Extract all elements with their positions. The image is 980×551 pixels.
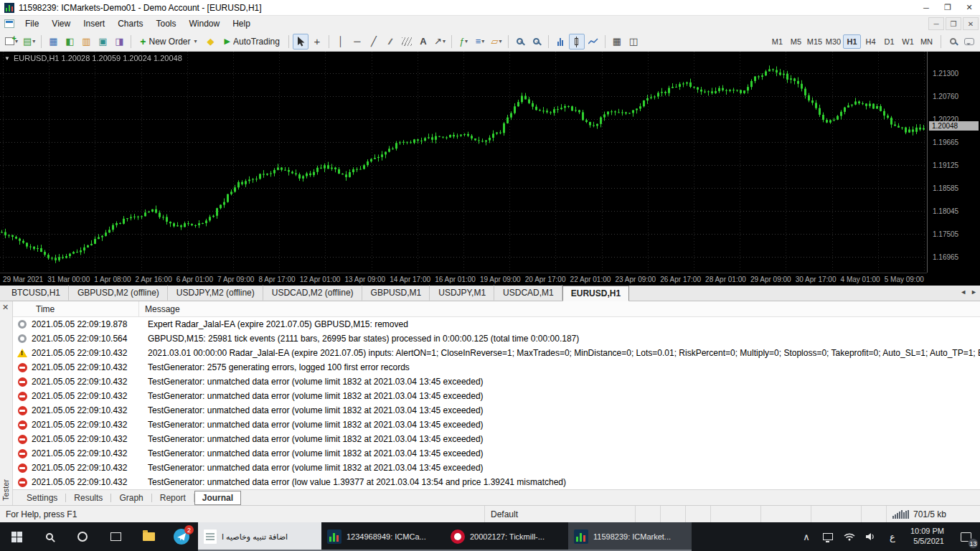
- tabs-scroll-right-icon[interactable]: ►: [971, 288, 977, 296]
- chart-tab-btcusd[interactable]: BTCUSD,H1: [3, 285, 69, 301]
- status-profile[interactable]: Default: [485, 506, 636, 522]
- journal-row[interactable]: 2021.05.05 22:09:10.432TestGenerator: un…: [13, 461, 980, 475]
- file-explorer-button[interactable]: [132, 522, 165, 551]
- autotrading-button[interactable]: ▶AutoTrading: [220, 34, 285, 50]
- close-button[interactable]: ✕: [958, 0, 980, 15]
- tester-tab-journal[interactable]: Journal: [194, 491, 241, 505]
- chart-minimize-button[interactable]: ─: [928, 17, 944, 30]
- tester-tab-results[interactable]: Results: [66, 491, 110, 505]
- tester-tab-graph[interactable]: Graph: [111, 491, 151, 505]
- menu-window[interactable]: Window: [183, 17, 227, 31]
- terminal-button[interactable]: ▣: [95, 34, 110, 50]
- taskbar-app-button[interactable]: 20002127: Tickmill-...: [445, 522, 568, 551]
- vertical-line-button[interactable]: │: [333, 34, 349, 50]
- one-click-trading-toggle[interactable]: ▼: [4, 55, 10, 62]
- network-tray-icon[interactable]: [839, 522, 860, 551]
- chat-button[interactable]: [961, 34, 977, 50]
- task-view-button[interactable]: [99, 522, 132, 551]
- channel-button[interactable]: ∕∕: [382, 34, 398, 50]
- arrows-button[interactable]: ↗▾: [432, 34, 448, 50]
- new-chart-button[interactable]: ▾: [3, 34, 20, 50]
- line-chart-button[interactable]: [585, 34, 601, 50]
- chart-close-button[interactable]: ✕: [963, 17, 979, 30]
- journal-row[interactable]: 2021.05.05 22:09:10.432TestGenerator: 25…: [13, 360, 980, 375]
- chart-tab-eurusd[interactable]: EURUSD,H1: [562, 286, 629, 301]
- tester-tab-report[interactable]: Report: [152, 491, 194, 505]
- menu-insert[interactable]: Insert: [77, 17, 111, 31]
- navigator-button[interactable]: ▥: [78, 34, 94, 50]
- crosshair-button[interactable]: +: [309, 34, 325, 50]
- taskbar-app-button[interactable]: اضافة تنبيه وخاصيه ا: [198, 522, 321, 551]
- market-watch-button[interactable]: ▦: [45, 34, 61, 50]
- taskbar-search-button[interactable]: [33, 522, 66, 551]
- chart-tab-usdcad[interactable]: USDCAD,M1: [494, 285, 562, 301]
- language-indicator[interactable]: ع: [882, 522, 903, 551]
- journal-row[interactable]: 2021.05.05 22:09:10.432TestGenerator: un…: [13, 389, 980, 403]
- cascade-windows-button[interactable]: ◫: [626, 34, 641, 50]
- search-button[interactable]: [945, 34, 961, 50]
- telegram-button[interactable]: 2: [165, 522, 198, 551]
- timeframe-mn-button[interactable]: MN: [918, 34, 936, 49]
- journal-row[interactable]: 2021.05.05 22:09:10.432TestGenerator: un…: [13, 375, 980, 389]
- timeframe-m30-button[interactable]: M30: [824, 34, 842, 49]
- metaeditor-button[interactable]: ◆: [203, 34, 219, 50]
- menu-file[interactable]: File: [19, 17, 45, 31]
- timeframe-h1-button[interactable]: H1: [843, 34, 861, 49]
- bar-chart-button[interactable]: [552, 34, 568, 50]
- journal-row[interactable]: 2021.05.05 22:09:10.4322021.03.01 00:00:…: [13, 346, 980, 360]
- price-scale[interactable]: 1.20048 1.213001.207601.202201.196651.19…: [927, 52, 980, 273]
- chart-tab-usdjpy[interactable]: USDJPY,M2 (offline): [168, 285, 263, 301]
- taskbar-clock[interactable]: 10:09 PM 5/5/2021: [903, 527, 951, 547]
- chart-restore-button[interactable]: ❐: [946, 17, 961, 30]
- cortana-button[interactable]: [66, 522, 99, 551]
- journal-row[interactable]: 2021.05.05 22:09:10.432TestGenerator: un…: [13, 403, 980, 418]
- hidden-icons-chevron[interactable]: ∧: [796, 522, 817, 551]
- price-chart[interactable]: [0, 52, 927, 273]
- new-order-button[interactable]: +New Order▾: [135, 34, 202, 50]
- journal-row[interactable]: 2021.05.05 22:09:10.432TestGenerator: un…: [13, 432, 980, 446]
- cursor-button[interactable]: [293, 34, 308, 50]
- journal-row[interactable]: 2021.05.05 22:09:10.432TestGenerator: un…: [13, 418, 980, 432]
- fibonacci-button[interactable]: [399, 34, 415, 50]
- chart-tab-usdcad[interactable]: USDCAD,M2 (offline): [263, 285, 362, 301]
- journal-row[interactable]: 2021.05.05 22:09:10.564GBPUSD,M15: 25981…: [13, 331, 980, 346]
- trendline-button[interactable]: ╱: [366, 34, 382, 50]
- menu-tools[interactable]: Tools: [150, 17, 183, 31]
- strategy-tester-button[interactable]: ◨: [111, 34, 127, 50]
- tabs-scroll-left-icon[interactable]: ◄: [960, 288, 966, 296]
- journal-row[interactable]: 2021.05.05 22:09:10.432TestGenerator: un…: [13, 446, 980, 461]
- zoom-out-button[interactable]: −: [529, 34, 545, 50]
- journal-column-message[interactable]: Message: [139, 304, 180, 314]
- text-button[interactable]: A: [415, 34, 431, 50]
- horizontal-line-button[interactable]: ─: [349, 34, 365, 50]
- display-tray-icon[interactable]: [817, 522, 839, 551]
- panel-close-icon[interactable]: ✕: [2, 303, 9, 312]
- profiles-button[interactable]: ▤▾: [21, 34, 37, 50]
- indicators-button[interactable]: ƒ▾: [456, 34, 471, 50]
- timeframe-m15-button[interactable]: M15: [806, 34, 824, 49]
- taskbar-app-button[interactable]: 11598239: ICMarket...: [568, 522, 692, 551]
- volume-tray-icon[interactable]: [860, 522, 882, 551]
- timeframe-h4-button[interactable]: H4: [862, 34, 880, 49]
- data-window-button[interactable]: ◧: [62, 34, 77, 50]
- menu-help[interactable]: Help: [226, 17, 257, 31]
- journal-row[interactable]: 2021.05.05 22:09:10.432TestGenerator: un…: [13, 475, 980, 489]
- minimize-button[interactable]: ─: [915, 0, 937, 15]
- menu-view[interactable]: View: [45, 17, 77, 31]
- timeframe-m5-button[interactable]: M5: [787, 34, 805, 49]
- chart-tab-gbpusd[interactable]: GBPUSD,M1: [362, 285, 430, 301]
- timeframe-w1-button[interactable]: W1: [899, 34, 917, 49]
- zoom-in-button[interactable]: +: [512, 34, 528, 50]
- tester-tab-settings[interactable]: Settings: [19, 491, 65, 505]
- timeframe-d1-button[interactable]: D1: [880, 34, 898, 49]
- maximize-button[interactable]: ❐: [937, 0, 958, 15]
- time-axis[interactable]: 29 Mar 202131 Mar 00:001 Apr 08:002 Apr …: [0, 273, 927, 286]
- menu-charts[interactable]: Charts: [111, 17, 149, 31]
- periods-dropdown-button[interactable]: ≡▾: [472, 34, 488, 50]
- journal-column-time[interactable]: Time: [13, 301, 139, 316]
- candlestick-button[interactable]: [569, 34, 585, 50]
- journal-row[interactable]: 2021.05.05 22:09:19.878Expert Radar_Jala…: [13, 317, 980, 331]
- chart-tab-gbpusd[interactable]: GBPUSD,M2 (offline): [69, 285, 168, 301]
- tile-windows-button[interactable]: ▦: [609, 34, 625, 50]
- templates-dropdown-button[interactable]: ▱▾: [489, 34, 504, 50]
